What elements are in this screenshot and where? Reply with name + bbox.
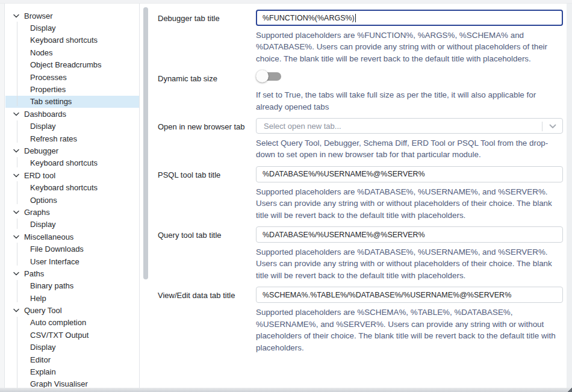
chevron-down-icon (13, 235, 19, 239)
pref-help-text: Supported placeholders are %DATABASE%, %… (256, 186, 563, 221)
psql-tool-tab-title-input[interactable]: %DATABASE%/%USERNAME%@%SERVER% (256, 166, 563, 182)
chevron-down-icon (13, 14, 19, 18)
tree-group-graphs: Graphs Display (5, 206, 139, 231)
tree-item-label: Binary paths (30, 281, 73, 290)
chevron-down-icon[interactable] (549, 124, 556, 129)
tree-item-label: Explain (30, 367, 56, 376)
tree-item-label: ERD tool (24, 171, 55, 180)
dynamic-tab-size-toggle[interactable] (256, 70, 282, 83)
tree-group-paths: Paths Binary paths Help (5, 267, 139, 304)
tree-group-query-tool: Query Tool Auto completion CSV/TXT Outpu… (5, 304, 139, 388)
tree-item-label: Auto completion (30, 318, 86, 327)
tab-settings-panel: Debugger tab title %FUNCTION%(%ARGS%) Su… (150, 4, 567, 388)
tree-item-dashboards-display[interactable]: Display (5, 120, 139, 132)
tree-item-debugger-keyboard-shortcuts[interactable]: Keyboard shortcuts (5, 157, 139, 169)
chevron-down-icon (13, 308, 19, 313)
preferences-tree: Browser Display Keyboard shortcuts Nodes… (5, 4, 140, 388)
preferences-dialog: Browser Display Keyboard shortcuts Nodes… (0, 0, 572, 392)
tree-item-explain[interactable]: Explain (5, 366, 139, 378)
tree-group-debugger: Debugger Keyboard shortcuts (5, 145, 139, 169)
dialog-left-edge (0, 4, 5, 388)
tree-item-query-tool[interactable]: Query Tool (5, 304, 139, 316)
tree-item-label: Editor (30, 355, 51, 364)
view-edit-data-tab-title-input[interactable]: %SCHEMA%.%TABLE%/%DATABASE%/%USERNAME%@%… (256, 287, 563, 303)
pref-row-open-in-new-browser-tab: Open in new browser tab Select open new … (158, 118, 567, 161)
tree-item-label: Miscellaneous (24, 232, 73, 241)
pref-help-text: Supported placeholders are %DATABASE%, %… (256, 246, 563, 281)
open-new-tab-select[interactable]: Select open new tab... (256, 118, 563, 134)
tree-item-label: File Downloads (30, 244, 84, 254)
tree-item-nodes[interactable]: Nodes (5, 46, 139, 58)
pref-row-debugger-tab-title: Debugger tab title %FUNCTION%(%ARGS%) Su… (158, 10, 567, 64)
tree-item-label: Query Tool (24, 306, 62, 315)
chevron-down-icon (13, 112, 19, 116)
indent-guide (17, 317, 17, 388)
pref-row-psql-tool-tab-title: PSQL tool tab title %DATABASE%/%USERNAME… (158, 166, 567, 221)
pref-row-query-tool-tab-title: Query tool tab title %DATABASE%/%USERNAM… (158, 226, 567, 281)
tree-item-debugger[interactable]: Debugger (5, 145, 139, 157)
pref-help-text: Select Query Tool, Debugger, Schema Diff… (256, 137, 563, 161)
pref-label: View/Edit data tab title (158, 287, 256, 353)
tree-item-label: Dashboards (24, 110, 66, 119)
tree-item-editor[interactable]: Editor (5, 353, 139, 366)
tree-item-auto-completion[interactable]: Auto completion (5, 317, 139, 329)
tree-item-graphs-display[interactable]: Display (5, 219, 139, 231)
tree-item-label: Keyboard shortcuts (30, 158, 98, 167)
tree-item-erd-tool[interactable]: ERD tool (5, 169, 139, 181)
tree-item-label: Display (30, 122, 56, 131)
resize-grip-icon[interactable] (567, 387, 572, 392)
indent-guide (17, 120, 17, 143)
pref-label: Open in new browser tab (158, 118, 256, 161)
chevron-down-icon (13, 272, 19, 276)
tree-item-object-breadcrumbs[interactable]: Object Breadcrumbs (5, 59, 139, 71)
tree-item-label: Options (30, 196, 57, 205)
tree-group-miscellaneous: Miscellaneous File Downloads User Interf… (5, 231, 139, 267)
tree-item-label: Nodes (30, 48, 53, 57)
tree-group-browser: Browser Display Keyboard shortcuts Nodes… (5, 10, 139, 108)
tree-item-browser-display[interactable]: Display (5, 22, 139, 34)
dialog-bottom-edge (0, 388, 572, 392)
tree-group-dashboards: Dashboards Display Refresh rates (5, 108, 139, 145)
indent-guide (17, 219, 17, 229)
pref-row-view-edit-data-tab-title: View/Edit data tab title %SCHEMA%.%TABLE… (158, 287, 567, 353)
select-placeholder: Select open new tab... (264, 122, 341, 131)
tree-item-label: Tab settings (30, 97, 72, 106)
tree-group-erd-tool: ERD tool Keyboard shortcuts Options (5, 169, 139, 206)
tree-item-graph-visualiser[interactable]: Graph Visualiser (5, 378, 139, 388)
tree-item-user-interface[interactable]: User Interface (5, 255, 139, 267)
query-tool-tab-title-input[interactable]: %DATABASE%/%USERNAME%@%SERVER% (256, 226, 563, 243)
tree-item-processes[interactable]: Processes (5, 71, 139, 83)
tree-item-csv-txt-output[interactable]: CSV/TXT Output (5, 329, 139, 341)
debugger-tab-title-input[interactable]: %FUNCTION%(%ARGS%) (256, 10, 563, 26)
content-scrollbar-track[interactable] (567, 4, 572, 388)
tree-item-miscellaneous[interactable]: Miscellaneous (5, 231, 139, 243)
tree-item-label: Help (30, 294, 46, 303)
tree-item-file-downloads[interactable]: File Downloads (5, 243, 139, 255)
tree-item-query-tool-display[interactable]: Display (5, 341, 139, 353)
tree-item-browser-keyboard-shortcuts[interactable]: Keyboard shortcuts (5, 34, 139, 46)
tree-item-label: User Interface (30, 257, 79, 266)
tree-item-help[interactable]: Help (5, 292, 139, 304)
tree-item-tab-settings[interactable]: Tab settings (5, 96, 139, 108)
tree-item-graphs[interactable]: Graphs (5, 206, 139, 218)
pref-label: PSQL tool tab title (158, 166, 256, 221)
text-caret (355, 14, 356, 22)
tree-item-binary-paths[interactable]: Binary paths (5, 280, 139, 292)
tree-item-options[interactable]: Options (5, 194, 139, 206)
select-separator (542, 122, 542, 131)
pref-help-text: Supported placeholders are %FUNCTION%, %… (256, 30, 563, 64)
tree-item-label: Paths (24, 269, 44, 278)
tree-item-erd-keyboard-shortcuts[interactable]: Keyboard shortcuts (5, 181, 139, 193)
tree-item-paths[interactable]: Paths (5, 267, 139, 279)
tree-item-label: Graphs (24, 208, 50, 217)
tree-item-dashboards[interactable]: Dashboards (5, 108, 139, 120)
tree-item-properties[interactable]: Properties (5, 83, 139, 95)
tree-scrollbar-thumb[interactable] (143, 7, 148, 279)
tree-item-browser[interactable]: Browser (5, 10, 139, 22)
pref-label: Query tool tab title (158, 226, 256, 281)
tree-item-label: Display (30, 343, 56, 352)
indent-guide (17, 181, 17, 204)
tree-item-refresh-rates[interactable]: Refresh rates (5, 132, 139, 145)
pref-row-dynamic-tab-size: Dynamic tab size If set to True, the tab… (158, 70, 567, 113)
chevron-down-icon (13, 173, 19, 178)
